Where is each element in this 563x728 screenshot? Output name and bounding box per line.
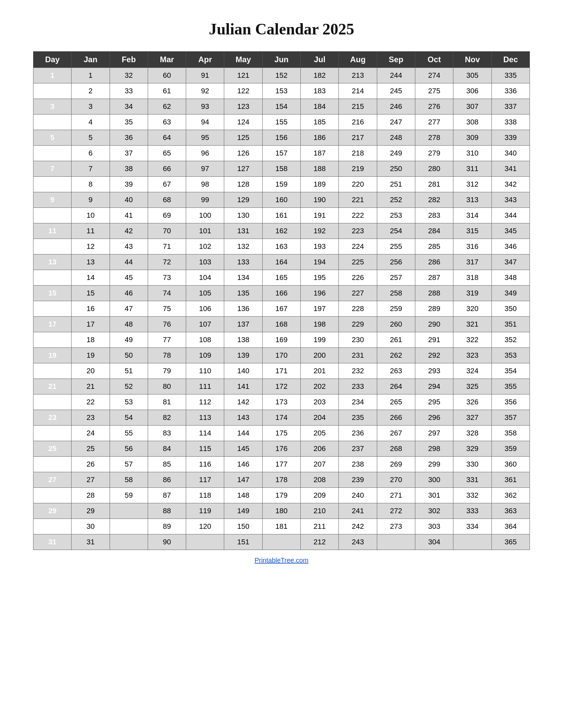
julian-day-value: 105 — [186, 286, 224, 301]
julian-day-value: 90 — [148, 534, 186, 550]
julian-day-value: 283 — [415, 208, 453, 223]
julian-day-value: 189 — [301, 177, 339, 192]
julian-day-value: 220 — [339, 177, 377, 192]
julian-day-value: 38 — [110, 161, 148, 177]
julian-day-value: 234 — [339, 394, 377, 410]
day-number: 11 — [33, 223, 71, 239]
day-number: 21 — [33, 379, 71, 394]
column-header-jul: Jul — [301, 52, 339, 68]
julian-day-value: 185 — [301, 114, 339, 130]
julian-day-value: 104 — [186, 270, 224, 286]
column-header-nov: Nov — [453, 52, 492, 68]
julian-day-value: 67 — [148, 177, 186, 192]
julian-day-value: 310 — [453, 146, 492, 161]
julian-day-value: 109 — [186, 348, 224, 363]
julian-day-value: 259 — [377, 301, 415, 317]
julian-day-value: 143 — [224, 410, 262, 426]
julian-day-value: 154 — [262, 99, 301, 114]
julian-day-value: 150 — [224, 519, 262, 534]
julian-day-value: 256 — [377, 254, 415, 270]
julian-day-value: 91 — [186, 68, 224, 83]
julian-day-value: 184 — [301, 99, 339, 114]
footer-link[interactable]: PrintableTree.com — [255, 557, 309, 564]
day-number: 7 — [33, 161, 71, 177]
julian-day-value: 243 — [339, 534, 377, 550]
julian-day-value: 293 — [415, 363, 453, 379]
julian-day-value: 74 — [148, 286, 186, 301]
julian-day-value: 231 — [339, 348, 377, 363]
julian-day-value: 183 — [301, 83, 339, 99]
julian-day-value: 270 — [377, 472, 415, 488]
julian-day-value: 151 — [224, 534, 262, 550]
table-row: 88396798128159189220251281312342 — [33, 177, 530, 192]
julian-day-value: 29 — [71, 503, 110, 519]
julian-day-value: 328 — [453, 426, 492, 441]
julian-day-value: 302 — [415, 503, 453, 519]
julian-day-value: 327 — [453, 410, 492, 426]
julian-day-value: 106 — [186, 301, 224, 317]
julian-day-value: 19 — [71, 348, 110, 363]
julian-day-value: 332 — [453, 488, 492, 503]
julian-day-value: 165 — [262, 270, 301, 286]
julian-day-value: 41 — [110, 208, 148, 223]
julian-day-value: 61 — [148, 83, 186, 99]
julian-day-value: 80 — [148, 379, 186, 394]
julian-day-value: 356 — [492, 394, 530, 410]
day-number: 13 — [33, 254, 71, 270]
julian-day-value: 287 — [415, 270, 453, 286]
table-row: 23235482113143174204235266296327357 — [33, 410, 530, 426]
julian-day-value: 36 — [110, 130, 148, 146]
julian-day-value: 138 — [224, 332, 262, 348]
julian-day-value: 54 — [110, 410, 148, 426]
day-number: 15 — [33, 286, 71, 301]
julian-day-value: 68 — [148, 192, 186, 208]
julian-day-value: 111 — [186, 379, 224, 394]
julian-day-value: 331 — [453, 472, 492, 488]
julian-day-value: 45 — [110, 270, 148, 286]
table-row: 26265785116146177207238269299330360 — [33, 457, 530, 472]
julian-day-value: 133 — [224, 254, 262, 270]
julian-day-value: 46 — [110, 286, 148, 301]
julian-day-value: 210 — [301, 503, 339, 519]
julian-day-value: 229 — [339, 317, 377, 332]
julian-day-value: 163 — [262, 239, 301, 254]
table-row: 28285987118148179209240271301332362 — [33, 488, 530, 503]
julian-day-value: 298 — [415, 441, 453, 457]
julian-day-value: 100 — [186, 208, 224, 223]
julian-day-value: 253 — [377, 208, 415, 223]
julian-day-value: 32 — [110, 68, 148, 83]
julian-day-value: 337 — [492, 99, 530, 114]
julian-day-value: 223 — [339, 223, 377, 239]
table-row: 20205179110140171201232263293324354 — [33, 363, 530, 379]
column-header-apr: Apr — [186, 52, 224, 68]
table-row: 15154674105135166196227258288319349 — [33, 286, 530, 301]
julian-day-value: 286 — [415, 254, 453, 270]
julian-day-value: 248 — [377, 130, 415, 146]
julian-day-value: 69 — [148, 208, 186, 223]
julian-day-value: 330 — [453, 457, 492, 472]
julian-day-value: 93 — [186, 99, 224, 114]
julian-day-value: 261 — [377, 332, 415, 348]
julian-day-value: 26 — [71, 457, 110, 472]
julian-day-value: 118 — [186, 488, 224, 503]
julian-day-value: 181 — [262, 519, 301, 534]
julian-day-value: 13 — [71, 254, 110, 270]
julian-day-value: 187 — [301, 146, 339, 161]
julian-day-value: 58 — [110, 472, 148, 488]
julian-day-value: 219 — [339, 161, 377, 177]
julian-day-value: 159 — [262, 177, 301, 192]
julian-day-value: 279 — [415, 146, 453, 161]
julian-day-value: 263 — [377, 363, 415, 379]
column-header-jun: Jun — [262, 52, 301, 68]
julian-day-value: 206 — [301, 441, 339, 457]
julian-day-value: 204 — [301, 410, 339, 426]
julian-day-value: 14 — [71, 270, 110, 286]
julian-day-value — [377, 534, 415, 550]
julian-day-value: 82 — [148, 410, 186, 426]
julian-day-value: 247 — [377, 114, 415, 130]
julian-day-value: 364 — [492, 519, 530, 534]
julian-day-value: 224 — [339, 239, 377, 254]
table-row: 12124371102132163193224255285316346 — [33, 239, 530, 254]
julian-day-value: 164 — [262, 254, 301, 270]
julian-day-value: 333 — [453, 503, 492, 519]
